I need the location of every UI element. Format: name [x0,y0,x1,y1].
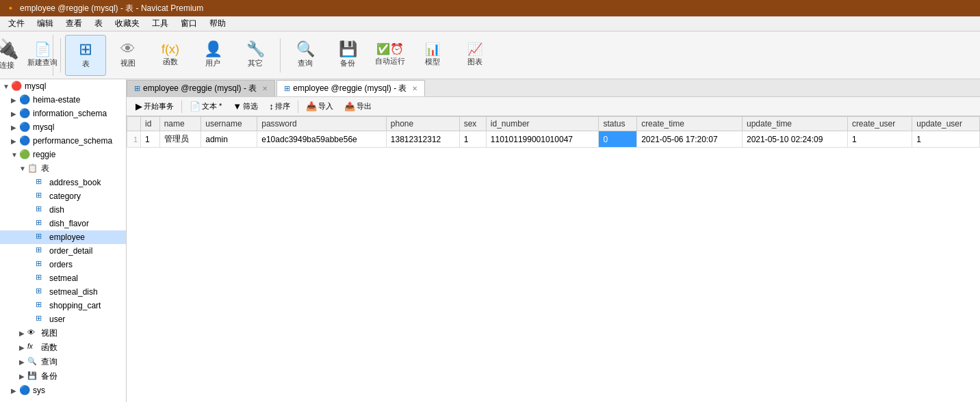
col-id[interactable]: id [141,117,160,131]
sidebar-item-address-book[interactable]: ⊞ address_book [0,176,126,189]
tab-close-1[interactable]: ✕ [262,85,268,92]
cell-password[interactable]: e10adc3949ba59abbe56e [257,131,387,148]
new-query-button[interactable]: 📄 新建查询 [24,38,62,72]
toolbar-model-button[interactable]: 📊 模型 [412,35,453,76]
menu-view[interactable]: 查看 [60,16,88,31]
toolbar-view-button[interactable]: 👁 视图 [107,35,149,76]
table-group-icon: 📋 [27,163,38,174]
sidebar-item-user[interactable]: ⊞ user [0,312,126,326]
sidebar-item-orders[interactable]: ⊞ orders [0,258,126,271]
sidebar-item-shopping-cart[interactable]: ⊞ shopping_cart [0,299,126,312]
sidebar-item-info[interactable]: ▶ 🔵 information_schema [0,107,126,120]
toolbar-auto-button[interactable]: ✅⏰ 自动运行 [370,35,411,76]
table-row[interactable]: 11管理员admine10adc3949ba59abbe56e138123123… [127,131,980,148]
start-transaction-button[interactable]: ▶ 开始事务 [131,99,179,113]
sidebar-label-table-group: 表 [41,163,49,174]
col-create-user[interactable]: create_user [847,117,912,131]
col-update-user[interactable]: update_user [912,117,980,131]
sidebar-item-perf[interactable]: ▶ 🔵 performance_schema [0,134,126,148]
cell-username[interactable]: admin [201,131,257,148]
cell-status[interactable]: 0 [599,131,637,148]
cell-phone[interactable]: 13812312312 [386,131,459,148]
start-transaction-label: 开始事务 [144,101,174,111]
expand-icon: ▼ [19,165,27,172]
export-button[interactable]: 📤 导出 [339,99,376,113]
col-update-time[interactable]: update_time [743,117,848,131]
sidebar-item-mysql[interactable]: ▼ 🔴 mysql [0,79,126,93]
sidebar-item-dish[interactable]: ⊞ dish [0,203,126,217]
col-sex[interactable]: sex [459,117,486,131]
tab-2[interactable]: ⊞ employee @reggie (mysql) - 表 ✕ [276,80,425,96]
sidebar-item-reggie[interactable]: ▼ 🟢 reggie [0,148,126,161]
sidebar-item-category[interactable]: ⊞ category [0,189,126,203]
expand-icon: ▶ [19,358,27,366]
sidebar-item-heima[interactable]: ▶ 🔵 heima-estate [0,93,126,107]
func-label: 函数 [163,57,178,67]
toolbar-other-button[interactable]: 🔧 其它 [235,35,276,76]
sidebar-label-user: user [49,314,65,324]
db-icon-perf: 🔵 [19,135,30,146]
table-icon: ⊞ [36,204,47,215]
cell-sex[interactable]: 1 [459,131,486,148]
cell-update_user[interactable]: 1 [912,131,980,148]
sidebar-item-setmeal-dish[interactable]: ⊞ setmeal_dish [0,285,126,299]
menu-favorites[interactable]: 收藏夹 [109,16,145,31]
cell-name[interactable]: 管理员 [159,131,201,148]
sidebar-item-table-group[interactable]: ▼ 📋 表 [0,161,126,176]
content-area: ⊞ employee @reggie (mysql) - 表 ✕ ⊞ emplo… [127,79,980,402]
col-username[interactable]: username [201,117,257,131]
cell-create_user[interactable]: 1 [847,131,912,148]
sort-icon: ↕ [269,101,274,111]
auto-toolbar-icon: ✅⏰ [376,44,404,55]
sidebar-item-view-group[interactable]: ▶ 👁 视图 [0,326,126,340]
sidebar-item-sys[interactable]: ▶ 🔵 sys [0,384,126,397]
toolbar-backup-button[interactable]: 💾 备份 [327,35,368,76]
toolbar-user-button[interactable]: 👤 用户 [192,35,233,76]
sidebar-item-setmeal[interactable]: ⊞ setmeal [0,271,126,285]
menu-window[interactable]: 窗口 [175,16,203,31]
filter-button[interactable]: ▼ 筛选 [228,99,263,113]
tab-close-2[interactable]: ✕ [412,85,417,92]
expand-icon: ▼ [3,83,11,90]
expand-icon [27,247,36,255]
col-status[interactable]: status [599,117,637,131]
toolbar-chart-button[interactable]: 📈 图表 [454,35,495,76]
sidebar-item-employee[interactable]: ⊞ employee [0,230,126,244]
menu-help[interactable]: 帮助 [204,16,231,31]
tab-1[interactable]: ⊞ employee @reggie (mysql) - 表 ✕ [127,80,275,96]
toolbar-func-button[interactable]: f(x) 函数 [150,35,191,76]
col-create-time[interactable]: create_time [637,117,743,131]
menu-tools[interactable]: 工具 [146,16,174,31]
sidebar-label-category: category [49,191,81,201]
cell-id_number[interactable]: 110101199001010047 [486,131,599,148]
sidebar-item-dish-flavor[interactable]: ⊞ dish_flavor [0,217,126,230]
sidebar-item-mysqldb[interactable]: ▶ 🔵 mysql [0,120,126,134]
sidebar-item-query-group[interactable]: ▶ 🔍 查询 [0,355,126,369]
col-id-number[interactable]: id_number [486,117,599,131]
expand-icon [27,316,36,323]
toolbar-table-button[interactable]: ⊞ 表 [65,35,106,76]
menu-file[interactable]: 文件 [3,16,30,31]
col-phone[interactable]: phone [386,117,459,131]
connect-button[interactable]: 🔌 连接 [0,38,23,72]
filter-label: 筛选 [243,101,258,111]
sidebar-item-func-group[interactable]: ▶ fx 函数 [0,340,126,355]
sidebar-item-order-detail[interactable]: ⊞ order_detail [0,244,126,258]
menu-table[interactable]: 表 [89,16,108,31]
backup-group-icon: 💾 [27,371,38,382]
col-password[interactable]: password [257,117,387,131]
toolbar-query-button[interactable]: 🔍 查询 [285,35,326,76]
cell-id[interactable]: 1 [141,131,160,148]
menu-edit[interactable]: 编辑 [31,16,59,31]
data-table: id name username password phone sex id_n… [127,116,980,148]
app-icon: 🔸 [5,3,16,13]
import-button[interactable]: 📥 导入 [301,99,338,113]
start-transaction-icon: ▶ [136,101,142,111]
toolbar-sep-1 [60,38,61,72]
col-name[interactable]: name [159,117,201,131]
sort-button[interactable]: ↕ 排序 [264,99,295,113]
cell-create_time[interactable]: 2021-05-06 17:20:07 [637,131,743,148]
cell-update_time[interactable]: 2021-05-10 02:24:09 [743,131,848,148]
text-button[interactable]: 📄 文本 * [185,99,227,113]
sidebar-item-backup-group[interactable]: ▶ 💾 备份 [0,369,126,384]
